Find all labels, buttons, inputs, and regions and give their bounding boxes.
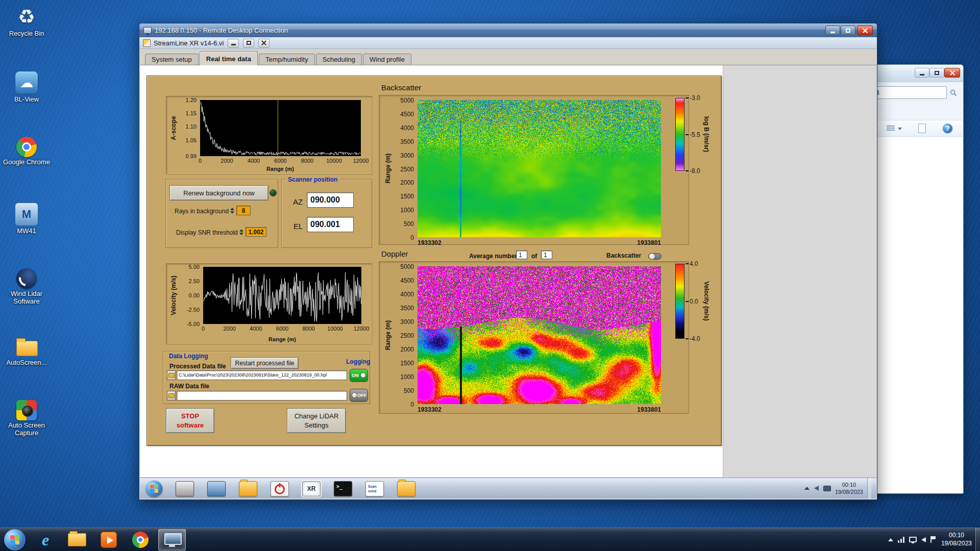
network-tray-icon[interactable] (909, 537, 917, 542)
folder-app-icon[interactable] (239, 481, 257, 496)
desktop-icon-label: Recycle Bin (2, 30, 51, 38)
average-total-field[interactable]: 1 (541, 251, 552, 259)
backscatter-heatmap[interactable] (418, 100, 661, 237)
app-minimize-button[interactable] (228, 39, 239, 47)
tab-wind-profile[interactable]: Wind profile (363, 54, 411, 65)
remote-clock-date: 19/08/2023 (835, 488, 863, 495)
axis-tick-label: 2000 (400, 346, 414, 353)
axis-tick-label: 0 (202, 325, 205, 332)
host-tray-icons (888, 536, 936, 543)
desktop-icon-mw41[interactable]: MW41 (2, 203, 51, 235)
explorer-minimize-button[interactable] (915, 68, 929, 78)
desktop-icon-label: AutoScreen... (2, 359, 51, 367)
stop-button-line2: software (177, 421, 204, 429)
a-scope-plot[interactable] (200, 100, 361, 156)
desktop-icon-auto-screen-capture[interactable]: Auto Screen Capture (2, 400, 51, 437)
axis-tick-label: 1000 (400, 207, 414, 214)
tray-up-arrow-icon[interactable] (804, 487, 810, 490)
raw-data-file-path[interactable] (177, 391, 347, 400)
console-app-icon[interactable] (334, 481, 352, 496)
host-clock[interactable]: 00:10 19/08/2023 (941, 532, 972, 547)
change-button-line2: Settings (305, 421, 329, 429)
az-value-field[interactable]: 090.000 (307, 192, 354, 208)
desktop-icon-label: MW41 (2, 228, 51, 235)
explorer-maximize-button[interactable] (929, 68, 944, 78)
snr-spinner[interactable] (239, 228, 244, 237)
renew-background-button[interactable]: Renew background now (169, 185, 268, 201)
axis-tick-label: 1.20 (186, 97, 197, 103)
axis-tick-label: 0 (410, 401, 414, 408)
chrome-icon[interactable] (127, 529, 154, 550)
velocity-xlabel: Range (m) (268, 336, 296, 342)
streamline-xr-app-icon[interactable] (302, 481, 321, 496)
volume-tray-icon[interactable] (921, 537, 926, 542)
remote-clock-time: 00:10 (835, 481, 863, 488)
remote-desktop-icon[interactable] (158, 529, 186, 550)
restart-processed-file-button[interactable]: Restart processed file (231, 357, 299, 369)
keyboard-tray-icon[interactable] (823, 486, 831, 491)
el-value-field[interactable]: 090.001 (307, 217, 354, 232)
tab-real-time-data[interactable]: Real time data (200, 51, 258, 65)
app-titlebar[interactable]: StreamLine XR v14-6.vi (140, 37, 876, 49)
tab-scheduling[interactable]: Scheduling (316, 54, 362, 65)
app-close-button[interactable] (258, 39, 270, 47)
remote-clock[interactable]: 00:10 19/08/2023 (835, 481, 863, 496)
desktop-icon-wind-lidar-software[interactable]: Wind Lidar Software (2, 268, 51, 306)
rays-in-background-value[interactable]: 8 (236, 206, 251, 215)
average-number-field[interactable]: 1 (516, 251, 527, 259)
desktop-icon-recycle-bin[interactable]: Recycle Bin (2, 5, 51, 38)
network-app-icon[interactable] (207, 481, 226, 496)
processed-path-browse-icon[interactable] (167, 370, 176, 380)
axis-tick-label: 4000 (400, 291, 414, 298)
stop-software-button[interactable]: STOPsoftware (166, 408, 214, 433)
desktop-icon-google-chrome[interactable]: Google Chrome (2, 137, 51, 166)
backscatter-colorbar (675, 98, 684, 171)
documents-folder-icon[interactable] (397, 481, 415, 496)
axis-tick-label: 500 (404, 220, 414, 228)
average-number-label: Average number (469, 253, 517, 260)
desktop-icon-bl-view[interactable]: BL-View (2, 71, 51, 104)
axis-tick-label: 1000 (400, 373, 414, 381)
snr-threshold-value[interactable]: 1.002 (246, 227, 266, 237)
explorer-search-input[interactable] (868, 86, 947, 99)
internet-explorer-icon[interactable] (32, 529, 59, 550)
change-lidar-settings-button[interactable]: Change LiDARSettings (287, 408, 346, 433)
show-desktop-button[interactable] (975, 528, 980, 551)
rdp-maximize-button[interactable] (841, 26, 855, 35)
remote-taskbar: 00:10 19/08/2023 (140, 478, 876, 498)
backscatter-display-switch[interactable] (648, 253, 662, 260)
desktop-icon-autoscreen[interactable]: AutoScreen... (2, 334, 51, 367)
tab-temp-humidity[interactable]: Temp/humidity (259, 54, 315, 65)
processed-data-file-path[interactable]: C:\Lidar\Data\Proc\2023\202308\20230819\… (177, 370, 347, 380)
remote-taskbar-icons (146, 480, 415, 497)
action-center-tray-icon[interactable] (930, 536, 936, 543)
doppler-heatmap[interactable] (418, 266, 661, 404)
remote-start-orb[interactable] (146, 481, 162, 497)
start-orb[interactable] (4, 529, 26, 550)
remote-show-desktop-button[interactable] (867, 478, 871, 498)
autoscreen-icon (15, 334, 38, 358)
velocity-plot[interactable] (203, 267, 361, 324)
app-restore-button[interactable] (243, 39, 254, 47)
processed-logging-toggle[interactable]: ON (350, 369, 368, 382)
explorer-close-button[interactable] (944, 68, 960, 78)
tray-up-arrow-icon[interactable] (888, 538, 893, 541)
raw-logging-toggle[interactable]: OFF (350, 389, 368, 402)
volume-tray-icon[interactable] (814, 486, 819, 491)
system-app-icon[interactable] (176, 481, 194, 496)
remote-desktop-tray-icon[interactable] (898, 537, 904, 543)
view-options-icon[interactable] (887, 124, 902, 133)
rdp-titlebar[interactable]: 192.168.0.150 - Remote Desktop Connectio… (139, 23, 877, 37)
media-player-icon[interactable] (95, 529, 122, 550)
rays-spinner[interactable] (230, 206, 235, 215)
power-app-icon[interactable] (271, 481, 289, 496)
rdp-close-button[interactable] (857, 26, 873, 35)
logging-label: Logging (346, 358, 370, 365)
tab-system-setup[interactable]: System setup (145, 54, 199, 65)
help-icon[interactable]: ? (943, 123, 952, 133)
raw-path-browse-icon[interactable] (167, 391, 176, 400)
preview-pane-icon[interactable] (918, 123, 926, 133)
rdp-minimize-button[interactable] (825, 26, 840, 35)
file-explorer-icon[interactable] (63, 529, 91, 550)
scan-scheduler-app-icon[interactable] (365, 481, 384, 496)
